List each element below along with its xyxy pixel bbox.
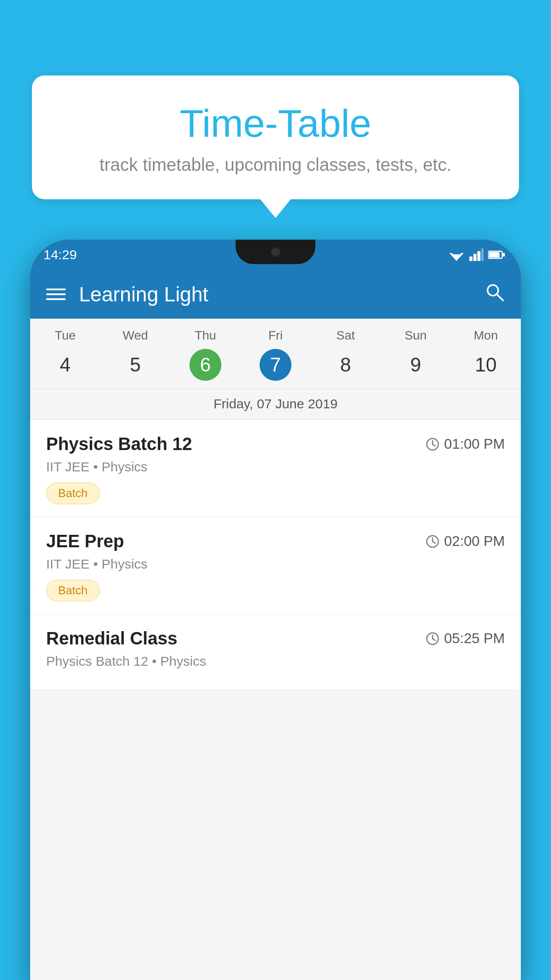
day-name: Sun [405, 328, 427, 343]
svg-rect-4 [473, 254, 476, 261]
schedule-subtitle: IIT JEE • Physics [46, 459, 505, 474]
day-col-sun[interactable]: Sun9 [381, 319, 451, 389]
tooltip-subtitle: track timetable, upcoming classes, tests… [54, 155, 497, 175]
app-bar-title: Learning Light [79, 282, 471, 306]
status-time: 14:29 [43, 247, 77, 262]
day-col-sat[interactable]: Sat8 [311, 319, 381, 389]
day-name: Sat [336, 328, 355, 343]
schedule-item[interactable]: Remedial Class05:25 PMPhysics Batch 12 •… [30, 614, 521, 690]
day-number: 4 [49, 349, 81, 381]
day-col-tue[interactable]: Tue4 [30, 319, 100, 389]
svg-rect-3 [469, 257, 472, 261]
day-number: 8 [330, 349, 362, 381]
svg-line-20 [433, 639, 435, 640]
schedule-subtitle: IIT JEE • Physics [46, 557, 505, 572]
day-col-thu[interactable]: Thu6 [170, 319, 240, 389]
day-number: 9 [400, 349, 432, 381]
day-number: 7 [260, 349, 291, 381]
svg-line-11 [497, 294, 503, 300]
svg-rect-5 [477, 251, 480, 261]
hamburger-line-1 [46, 288, 66, 290]
schedule-title: Physics Batch 12 [46, 434, 192, 454]
status-icons [448, 249, 505, 261]
svg-line-14 [433, 444, 435, 446]
schedule-item-header: JEE Prep02:00 PM [46, 531, 505, 551]
day-name: Tue [55, 328, 75, 343]
hamburger-menu[interactable] [46, 288, 66, 300]
tooltip-card: Time-Table track timetable, upcoming cla… [32, 75, 519, 199]
svg-rect-8 [489, 252, 500, 257]
screen-content: Tue4Wed5Thu6Fri7Sat8Sun9Mon10 Friday, 07… [30, 319, 521, 980]
batch-badge: Batch [46, 482, 100, 504]
phone-camera [271, 247, 280, 257]
svg-rect-6 [481, 249, 484, 261]
day-col-wed[interactable]: Wed5 [100, 319, 170, 389]
day-name: Fri [268, 328, 283, 343]
time-text: 05:25 PM [444, 630, 505, 647]
day-number: 6 [189, 349, 221, 381]
schedule-time: 05:25 PM [425, 630, 505, 647]
time-text: 02:00 PM [444, 533, 505, 549]
schedule-title: JEE Prep [46, 531, 124, 551]
day-name: Thu [195, 328, 216, 343]
schedule-item[interactable]: JEE Prep02:00 PMIIT JEE • PhysicsBatch [30, 517, 521, 614]
clock-icon [425, 534, 440, 549]
selected-date-label: Friday, 07 June 2019 [30, 389, 521, 420]
day-name: Mon [474, 328, 498, 343]
calendar-strip: Tue4Wed5Thu6Fri7Sat8Sun9Mon10 Friday, 07… [30, 319, 521, 420]
schedule-item-header: Remedial Class05:25 PM [46, 628, 505, 648]
day-number: 5 [119, 349, 151, 381]
schedule-item-header: Physics Batch 1201:00 PM [46, 434, 505, 454]
svg-rect-9 [503, 253, 505, 257]
hamburger-line-3 [46, 298, 66, 300]
days-row: Tue4Wed5Thu6Fri7Sat8Sun9Mon10 [30, 319, 521, 389]
tooltip-title: Time-Table [54, 102, 497, 145]
phone-frame: 14:29 [30, 240, 521, 980]
search-icon[interactable] [484, 282, 505, 307]
signal-icon [469, 249, 484, 261]
clock-icon [425, 437, 440, 451]
clock-icon [425, 632, 440, 646]
day-number: 10 [470, 349, 502, 381]
battery-icon [488, 250, 505, 260]
day-col-mon[interactable]: Mon10 [451, 319, 521, 389]
schedule-list: Physics Batch 1201:00 PMIIT JEE • Physic… [30, 420, 521, 690]
hamburger-line-2 [46, 293, 66, 295]
schedule-item[interactable]: Physics Batch 1201:00 PMIIT JEE • Physic… [30, 420, 521, 517]
day-col-fri[interactable]: Fri7 [240, 319, 311, 389]
schedule-time: 02:00 PM [425, 533, 505, 549]
schedule-title: Remedial Class [46, 628, 177, 648]
phone-notch [236, 240, 315, 264]
app-bar: Learning Light [30, 270, 521, 319]
batch-badge: Batch [46, 580, 100, 601]
time-text: 01:00 PM [444, 436, 505, 452]
svg-line-17 [433, 541, 435, 543]
schedule-subtitle: Physics Batch 12 • Physics [46, 654, 505, 669]
schedule-time: 01:00 PM [425, 436, 505, 452]
wifi-icon [448, 249, 465, 261]
day-name: Wed [122, 328, 148, 343]
